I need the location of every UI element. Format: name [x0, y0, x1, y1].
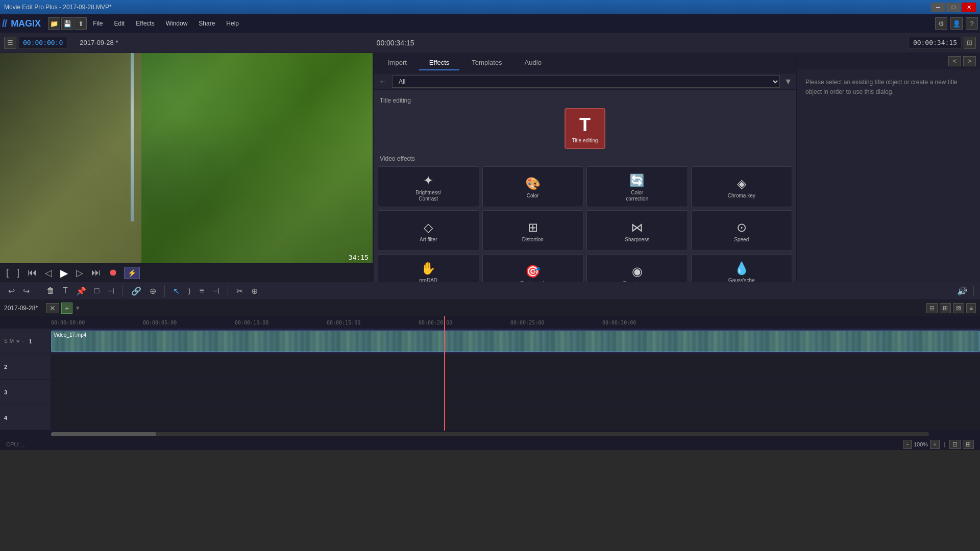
sharpness-label: Sharpness — [625, 237, 649, 243]
effect-gaussian-blur[interactable]: 💧 Gauss'scheUnschärfe — [691, 254, 793, 282]
in-point-button[interactable]: [ — [4, 266, 11, 279]
group-button[interactable]: □ — [92, 285, 102, 296]
menu-help[interactable]: Help — [221, 18, 244, 29]
track-split-icon: ÷ — [22, 338, 25, 344]
timeline-tracks: S M ∗ ÷ 1 2 3 4 Video_17.mp4 — [0, 329, 980, 431]
timeline-view-btn-3[interactable]: ⊠ — [953, 303, 964, 313]
effect-color-correction[interactable]: 🔄 Colorcorrection — [586, 166, 688, 207]
split-tool-button[interactable]: ⟩ — [186, 285, 193, 297]
separator-2 — [122, 285, 123, 297]
effect-shot-match[interactable]: 🎯 Shot match — [482, 254, 584, 282]
prev-frame-button[interactable]: ◁ — [43, 266, 54, 280]
effect-sharpness[interactable]: ⋈ Sharpness — [586, 210, 688, 251]
horizontal-scrollbar-thumb[interactable] — [51, 432, 156, 436]
settings-icon[interactable]: ⚙ — [935, 17, 947, 30]
tab-import[interactable]: Import — [378, 56, 417, 70]
tab-effects[interactable]: Effects — [419, 56, 460, 70]
arrow-tool-button[interactable]: ↖ — [171, 285, 182, 297]
stitch-button[interactable]: ⊣ — [210, 285, 222, 297]
track-number-4: 4 — [4, 415, 7, 421]
account-icon[interactable]: 👤 — [950, 17, 963, 30]
timeline-ruler: 00:00:00:00 00:00:05:00 00:00:10:00 00:0… — [0, 316, 980, 329]
next-frame-button[interactable]: ▷ — [74, 266, 85, 280]
fullscreen-toggle-icon[interactable]: ⊡ — [964, 37, 976, 49]
filter-dropdown[interactable]: All — [392, 76, 780, 88]
effect-prodad[interactable]: ✋ proDADMercalli 2.0 — [378, 254, 479, 282]
export-icon[interactable]: ⬆ — [75, 17, 87, 30]
add-track-button[interactable]: + — [61, 303, 72, 314]
effect-stanstormen[interactable]: ◉ Stanstormen — [586, 254, 688, 282]
zoom-in-button[interactable]: + — [930, 440, 940, 449]
close-tab-button[interactable]: ✕ — [46, 303, 59, 313]
video-clip[interactable]: Video_17.mp4 — [51, 331, 980, 352]
title-editing-item[interactable]: T Title editing — [565, 108, 605, 149]
help-icon[interactable]: ? — [966, 17, 978, 30]
zoom-out-button[interactable]: - — [903, 440, 912, 449]
align-button[interactable]: ≡ — [197, 285, 206, 296]
prev-cut-button[interactable]: ⏮ — [26, 266, 39, 279]
logo-area: // MAGIX — [2, 18, 41, 30]
info-prev-button[interactable]: < — [948, 56, 961, 66]
maximize-button[interactable]: □ — [946, 3, 961, 12]
menu-effects[interactable]: Effects — [131, 18, 159, 29]
sharpness-icon: ⋈ — [631, 220, 643, 235]
zoom-fit-separator: | — [944, 441, 945, 447]
minimize-button[interactable]: ─ — [931, 3, 945, 12]
unlink-button[interactable]: ⊕ — [148, 285, 158, 297]
play-button[interactable]: ▶ — [58, 266, 70, 280]
tab-templates[interactable]: Templates — [461, 56, 512, 70]
menu-edit[interactable]: Edit — [109, 18, 130, 29]
file-open-icon[interactable]: 📁 — [48, 17, 60, 30]
timeline-view-btn-2[interactable]: ⊞ — [940, 303, 951, 313]
effect-speed[interactable]: ⊙ Speed — [691, 210, 793, 251]
timeline-playhead — [444, 329, 445, 431]
hamburger-menu-icon[interactable]: ☰ — [4, 37, 16, 49]
info-next-button[interactable]: > — [963, 56, 976, 66]
dropdown-chevron-icon[interactable]: ▼ — [784, 77, 792, 86]
menu-share[interactable]: Share — [193, 18, 220, 29]
effect-art-filter[interactable]: ◇ Art filter — [378, 210, 479, 251]
effect-color[interactable]: 🎨 Color — [482, 166, 584, 207]
brightness-contrast-label: Brightness/Contrast — [415, 190, 441, 202]
timeline-scroll — [0, 431, 980, 438]
out-point-button[interactable]: ] — [15, 266, 21, 279]
horizontal-scrollbar-track[interactable] — [51, 432, 929, 436]
zoom-controls: - 100% + | ⊡ ⊞ — [903, 440, 974, 449]
timeline-view-btn-4[interactable]: ≡ — [966, 303, 976, 313]
record-button[interactable]: ⏺ — [107, 266, 120, 279]
delete-button[interactable]: 🗑 — [44, 285, 57, 296]
effect-chroma-key[interactable]: ◈ Chroma key — [691, 166, 793, 207]
cut-button[interactable]: ✂ — [234, 285, 245, 297]
dropdown-track-icon[interactable]: ▼ — [75, 305, 81, 312]
insert-button[interactable]: ⊕ — [249, 285, 260, 297]
track-mute-icon[interactable]: M — [10, 338, 14, 344]
separator-1 — [38, 285, 38, 297]
track-number-1: 1 — [29, 338, 32, 344]
marker-button[interactable]: 📌 — [74, 285, 88, 297]
redo-button[interactable]: ↪ — [21, 285, 32, 297]
separator-5 — [973, 286, 974, 296]
shot-match-label: Shot match — [520, 281, 546, 282]
smart-render-button[interactable]: ⚡ — [124, 267, 140, 279]
undo-button[interactable]: ↩ — [6, 285, 17, 297]
next-cut-button[interactable]: ⏭ — [89, 266, 103, 279]
zoom-fit-button[interactable]: ⊡ — [949, 440, 961, 449]
color-label: Color — [527, 193, 539, 199]
save-icon[interactable]: 💾 — [61, 17, 74, 30]
timeline-view-btn-1[interactable]: ⊟ — [926, 303, 938, 313]
info-panel: < > Please select an existing title obje… — [796, 53, 980, 282]
link-button[interactable]: 🔗 — [129, 285, 143, 297]
text-button[interactable]: T — [61, 285, 70, 296]
trim-button[interactable]: ⊣ — [105, 285, 116, 297]
menu-file[interactable]: File — [88, 18, 108, 29]
effect-distortion[interactable]: ⊞ Distortion — [482, 210, 584, 251]
back-button[interactable]: ← — [378, 76, 388, 87]
color-icon: 🎨 — [525, 177, 541, 191]
tab-audio[interactable]: Audio — [514, 56, 552, 70]
zoom-fit-all-button[interactable]: ⊞ — [963, 440, 974, 449]
close-button[interactable]: ✕ — [962, 3, 976, 12]
volume-icon[interactable]: 🔊 — [955, 285, 969, 297]
effect-brightness-contrast[interactable]: ✦ Brightness/Contrast — [378, 166, 479, 207]
ruler-mark-30: 00:00:30:00 — [602, 320, 636, 325]
menu-window[interactable]: Window — [161, 18, 193, 29]
